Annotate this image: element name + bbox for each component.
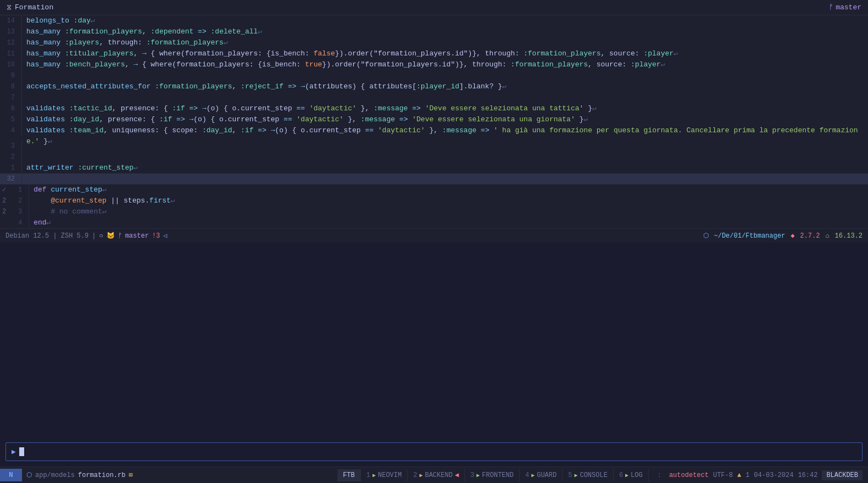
node-version: 16.13.2: [835, 232, 863, 240]
folder-icon: ⬡: [703, 232, 709, 240]
line-content: belongs_to :day↵: [26, 15, 868, 26]
bottom-status-bar: N ⬡ app/models formation.rb ⊞ FTB 1 ▶ NE…: [0, 467, 868, 483]
line-content: @current_step || steps.first↵: [34, 195, 868, 206]
branch-icon: ᚠ: [829, 3, 833, 12]
table-row: 10 has_many :bench_players, → { where(fo…: [0, 59, 868, 70]
line-content: has_many :titular_players, → { where(for…: [26, 48, 868, 59]
tab-num-3: 3: [470, 471, 474, 479]
line-number: 8: [0, 81, 22, 92]
date-display: 04-03-2024: [754, 471, 793, 479]
line-content: def current_step↵: [34, 184, 868, 195]
fold-indicator: ✓: [0, 184, 7, 195]
file-name: formation.rb: [78, 471, 125, 479]
line-content: attr_writer :current_step↵: [26, 162, 868, 173]
line-content: has_many :formation_players, :dependent …: [26, 26, 868, 37]
fold-indicator: 2: [0, 195, 7, 206]
table-row: 7: [0, 92, 868, 103]
title-bar-right: ᚠ master: [829, 3, 861, 12]
tab-icon-6: ▶: [625, 472, 628, 479]
line-content: [26, 173, 868, 184]
tab-error-badge: ◀: [455, 471, 459, 479]
colon-indicator: :: [654, 470, 665, 480]
tab-item-1[interactable]: 1 ▶ NEOVIM: [361, 469, 408, 481]
tab-item-4[interactable]: 4 ▶ GUARD: [520, 469, 563, 481]
line-number: 2: [0, 151, 22, 162]
table-row: 9: [0, 70, 868, 81]
tab-label-3: FRONTEND: [482, 471, 514, 479]
window-title: Formation: [15, 3, 53, 12]
line-col: 1: [745, 471, 749, 479]
terminal-area[interactable]: ▶: [0, 243, 868, 467]
tab-num-2: 2: [413, 471, 417, 479]
tab-item-5[interactable]: 5 ▶ CONSOLE: [563, 469, 614, 481]
line-content: has_many :bench_players, → { where(forma…: [26, 59, 868, 70]
line-number: 2: [7, 195, 29, 206]
table-row: 2: [0, 151, 868, 162]
tab-item-3[interactable]: 3 ▶ FRONTEND: [465, 469, 520, 481]
line-number: 3: [7, 206, 29, 217]
tab-item-ftb[interactable]: FTB: [337, 469, 361, 481]
encoding-label: autodetect: [669, 471, 709, 479]
title-bar: ⧖ Formation ᚠ master: [0, 0, 868, 15]
line-number: 10: [0, 59, 22, 70]
os-info: Debian 12.5 | ZSH 5.9: [5, 232, 88, 240]
table-row: 11 has_many :titular_players, → { where(…: [0, 48, 868, 59]
status-path: ~/De/01/Ftbmanager: [714, 232, 786, 240]
line-content: validates :day_id, presence: { :if => →(…: [26, 114, 868, 125]
tab-num-5: 5: [568, 471, 572, 479]
branch-icon: ᚠ: [118, 232, 122, 240]
branch-name: master: [125, 232, 149, 240]
line-content: has_many :players, through: :formation_p…: [26, 37, 868, 48]
line-number: 1: [0, 162, 22, 173]
line-number: 12: [0, 37, 22, 48]
node-icon: ⌂: [825, 232, 829, 240]
status-bar-left: Debian 12.5 | ZSH 5.9 | ○ 🐱 ᚠ master !3 …: [5, 232, 168, 240]
line-number: 13: [0, 26, 22, 37]
line-content: [26, 141, 868, 151]
line-content: [26, 70, 868, 81]
table-row: 12 has_many :players, through: :formatio…: [0, 37, 868, 48]
fold-indicator: [0, 217, 7, 228]
fold-indicator: 2: [0, 206, 7, 217]
ruby-icon: ◆: [791, 232, 794, 240]
terminal-prompt-icon: ▶: [12, 447, 16, 456]
formation-icon: ⧖: [7, 3, 12, 12]
table-row: 4 validates :team_id, uniqueness: { scop…: [0, 125, 868, 141]
tab-item-6[interactable]: 6 ▶ LOG: [614, 469, 649, 481]
line-number: 7: [0, 92, 22, 103]
line-number: 1: [7, 184, 29, 195]
terminal-input-container[interactable]: ▶: [5, 442, 863, 461]
tab-label-2: BACKEND: [425, 471, 452, 479]
line-number: 4: [7, 217, 29, 228]
tab-label-5: CONSOLE: [580, 471, 607, 479]
tab-label-1: NEOVIM: [378, 471, 402, 479]
file-modified-icon: ⊞: [129, 471, 132, 479]
folder-path: app/models: [35, 471, 75, 479]
folder-icon-bottom: ⬡: [26, 471, 32, 479]
branch-num: !3: [152, 232, 160, 240]
table-row: 14 belongs_to :day↵: [0, 15, 868, 26]
table-row: 2 2 @current_step || steps.first↵: [0, 195, 868, 206]
status-separator: |: [92, 232, 96, 240]
table-row: 5 validates :day_id, presence: { :if => …: [0, 114, 868, 125]
line-content: [26, 92, 868, 103]
tab-icon-3: ▶: [476, 472, 480, 479]
line-content: [26, 151, 868, 162]
status-bar-right: ⬡ ~/De/01/Ftbmanager ◆ 2.7.2 ⌂ 16.13.2: [703, 232, 863, 240]
table-row: 2 3 # no comment↵: [0, 206, 868, 217]
table-row: ✓ 1 def current_step↵: [0, 184, 868, 195]
vim-mode-badge: N: [0, 469, 22, 481]
editor-area[interactable]: 14 belongs_to :day↵ 13 has_many :formati…: [0, 15, 868, 228]
line-content: accepts_nested_attributes_for :formation…: [26, 81, 868, 92]
tab-icon-1: ▶: [372, 472, 376, 479]
tab-num-6: 6: [619, 471, 623, 479]
ruby-version: 2.7.2: [800, 232, 820, 240]
os-badge: BLACKDEB: [822, 470, 863, 480]
tab-icon-2: ▶: [419, 472, 422, 479]
tab-label-6: LOG: [631, 471, 643, 479]
tab-item-2[interactable]: 2 ▶ BACKEND ◀: [408, 469, 465, 481]
line-number: 14: [0, 15, 22, 26]
editor-status-bar: Debian 12.5 | ZSH 5.9 | ○ 🐱 ᚠ master !3 …: [0, 228, 868, 243]
arrow-icon: ◁: [163, 232, 167, 240]
line-number: 11: [0, 48, 22, 59]
